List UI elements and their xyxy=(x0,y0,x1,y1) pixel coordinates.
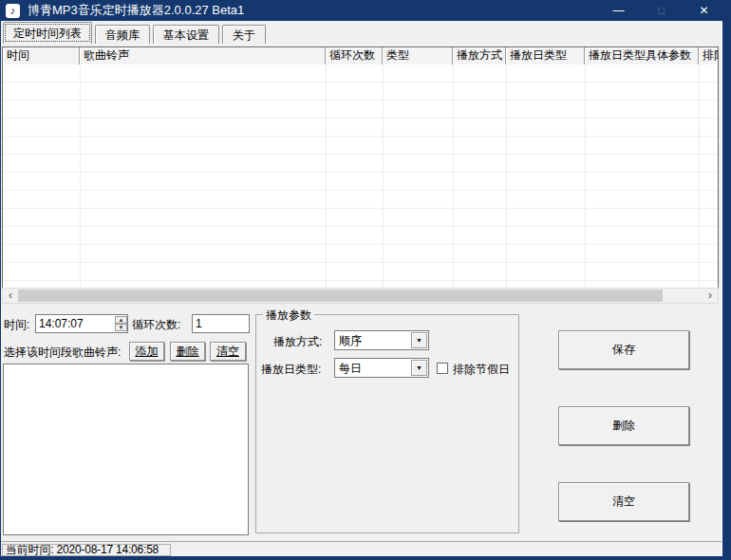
add-song-button[interactable]: 添加 xyxy=(129,342,164,361)
close-button[interactable]: ✕ xyxy=(683,0,725,21)
column-gridline xyxy=(326,65,327,288)
scrollbar-thumb[interactable] xyxy=(18,289,663,302)
chevron-down-icon[interactable]: ▼ xyxy=(411,360,427,376)
table-header: 时间 歌曲铃声 循环次数 类型 播放方式 播放日类型 播放日类型具体参数 排除 xyxy=(3,47,718,65)
loop-count-input[interactable] xyxy=(192,314,250,333)
schedule-table: 时间 歌曲铃声 循环次数 类型 播放方式 播放日类型 播放日类型具体参数 排除 xyxy=(2,47,719,288)
window-right-border xyxy=(722,21,731,560)
tab-basic-settings[interactable]: 基本设置 xyxy=(153,25,219,44)
exclude-holiday-checkbox[interactable] xyxy=(437,363,448,374)
playback-params-label: 播放参数 xyxy=(263,308,314,324)
tab-audio-library[interactable]: 音频库 xyxy=(95,25,150,44)
window-controls: — □ ✕ xyxy=(597,0,725,21)
spinner-up-icon[interactable]: ▲ xyxy=(115,316,127,324)
column-gridline xyxy=(453,65,454,288)
chevron-down-icon[interactable]: ▼ xyxy=(411,332,427,348)
column-header-exclude[interactable]: 排除 xyxy=(699,47,718,65)
exclude-holiday-label: 排除节假日 xyxy=(453,362,510,378)
maximize-button[interactable]: □ xyxy=(640,0,683,21)
tab-bar: 定时时间列表 音频库 基本设置 关于 xyxy=(3,22,269,44)
current-time-status: 当前时间: 2020-08-17 14:06:58 xyxy=(2,544,171,556)
column-header-song[interactable]: 歌曲铃声 xyxy=(80,47,326,65)
music-note-icon: ♪ xyxy=(6,4,20,18)
delete-song-button[interactable]: 删除 xyxy=(170,342,205,361)
clear-song-button[interactable]: 清空 xyxy=(210,342,246,361)
tab-about[interactable]: 关于 xyxy=(222,25,266,44)
loop-count-label: 循环次数: xyxy=(132,317,180,333)
select-song-label: 选择该时间段歌曲铃声: xyxy=(4,345,121,361)
column-gridline xyxy=(585,65,586,288)
row-gridlines xyxy=(3,65,718,288)
title-bar: ♪ 博青MP3音乐定时播放器2.0.0.27 Beta1 — □ ✕ xyxy=(0,0,731,21)
column-gridline xyxy=(699,65,700,288)
app-window: ♪ 博青MP3音乐定时播放器2.0.0.27 Beta1 — □ ✕ 定时时间列… xyxy=(0,0,731,560)
column-header-day-type[interactable]: 播放日类型 xyxy=(506,47,585,65)
day-type-label: 播放日类型: xyxy=(261,362,321,378)
play-mode-label: 播放方式: xyxy=(273,334,322,350)
column-header-play-mode[interactable]: 播放方式 xyxy=(453,47,506,65)
day-type-select[interactable]: 每日 ▼ xyxy=(334,358,429,378)
playback-params-group: 播放参数 播放方式: 顺序 ▼ 播放日类型: 每日 ▼ 排除节假日 xyxy=(255,314,519,533)
play-mode-value: 顺序 xyxy=(339,333,362,349)
status-bar: 当前时间: 2020-08-17 14:06:58 xyxy=(1,541,722,556)
column-header-day-params[interactable]: 播放日类型具体参数 xyxy=(585,47,699,65)
song-listbox[interactable] xyxy=(3,364,249,535)
spinner-down-icon[interactable]: ▼ xyxy=(115,324,127,331)
column-gridline xyxy=(383,65,384,288)
save-button[interactable]: 保存 xyxy=(558,330,689,369)
play-mode-select[interactable]: 顺序 ▼ xyxy=(334,330,429,350)
day-type-value: 每日 xyxy=(339,361,362,377)
client-area: 定时时间列表 音频库 基本设置 关于 时间 歌曲铃声 循环次数 类型 播放方式 … xyxy=(1,21,722,556)
scroll-left-icon[interactable]: ‹ xyxy=(3,289,18,303)
scroll-right-icon[interactable]: › xyxy=(703,289,718,303)
window-title: 博青MP3音乐定时播放器2.0.0.27 Beta1 xyxy=(28,2,244,19)
window-bottom-border xyxy=(0,556,731,560)
delete-button[interactable]: 删除 xyxy=(558,406,689,445)
column-header-time[interactable]: 时间 xyxy=(3,47,80,65)
column-header-loops[interactable]: 循环次数 xyxy=(326,47,383,65)
column-gridline xyxy=(506,65,507,288)
time-label: 时间: xyxy=(4,317,29,333)
time-spinner: ▲ ▼ xyxy=(115,316,127,331)
minimize-button[interactable]: — xyxy=(597,0,640,21)
column-gridline xyxy=(80,65,81,288)
tab-timer-list[interactable]: 定时时间列表 xyxy=(3,22,92,44)
horizontal-scrollbar[interactable]: ‹ › xyxy=(2,288,719,304)
clear-button[interactable]: 清空 xyxy=(558,482,689,521)
table-body[interactable] xyxy=(3,65,718,288)
column-header-type[interactable]: 类型 xyxy=(383,47,453,65)
